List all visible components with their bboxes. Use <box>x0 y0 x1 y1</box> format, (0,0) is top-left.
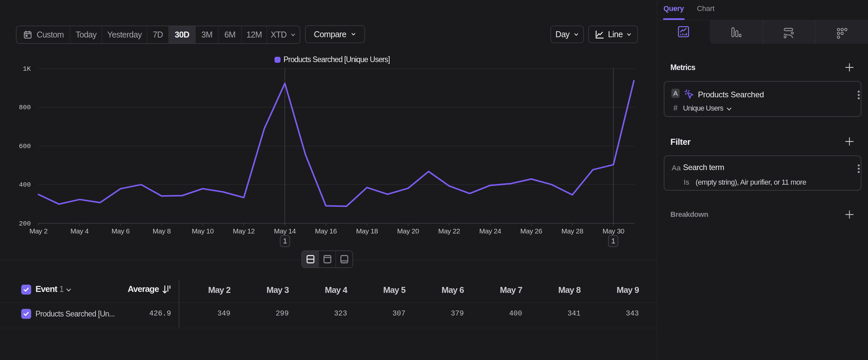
svg-text:May 12: May 12 <box>233 227 255 235</box>
svg-text:400: 400 <box>19 181 31 189</box>
svg-text:May 28: May 28 <box>561 227 583 235</box>
svg-text:May 30: May 30 <box>602 227 624 235</box>
svg-text:May 10: May 10 <box>192 227 214 235</box>
svg-text:May 16: May 16 <box>315 227 337 235</box>
svg-text:May 24: May 24 <box>479 227 502 235</box>
svg-text:May 20: May 20 <box>397 227 419 235</box>
svg-text:May 14: May 14 <box>274 227 296 235</box>
svg-text:800: 800 <box>19 104 31 111</box>
svg-text:May 2: May 2 <box>30 227 48 235</box>
svg-text:May 26: May 26 <box>520 227 542 235</box>
svg-text:200: 200 <box>19 220 31 227</box>
svg-text:May 22: May 22 <box>438 227 460 235</box>
svg-text:May 4: May 4 <box>71 227 89 235</box>
svg-text:600: 600 <box>19 142 31 150</box>
svg-text:1K: 1K <box>23 65 31 73</box>
svg-text:May 6: May 6 <box>112 227 130 235</box>
svg-text:May 8: May 8 <box>153 227 171 235</box>
svg-text:May 18: May 18 <box>356 227 378 235</box>
